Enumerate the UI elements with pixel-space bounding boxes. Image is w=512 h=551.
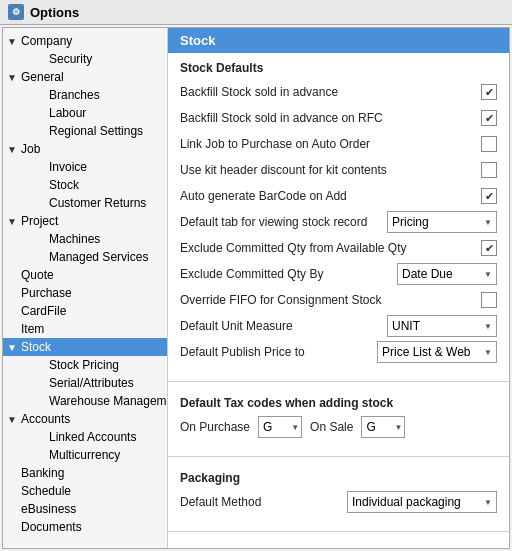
- sidebar-item-regional[interactable]: Regional Settings: [3, 122, 167, 140]
- sidebar-item-linked-accounts[interactable]: Linked Accounts: [3, 428, 167, 446]
- default-tab-row: Default tab for viewing stock record Pri…: [180, 211, 497, 233]
- sidebar-item-banking[interactable]: Banking: [3, 464, 167, 482]
- sidebar-item-serial-attributes[interactable]: Serial/Attributes: [3, 374, 167, 392]
- tax-row: On Purchase G ▼ On Sale G ▼: [180, 416, 497, 438]
- chevron-down-icon: ▼: [480, 322, 492, 331]
- default-unit-value: UNIT: [392, 319, 480, 333]
- sidebar-item-label: Banking: [21, 466, 163, 480]
- link-job-checkbox[interactable]: [481, 136, 497, 152]
- sidebar-item-label: General: [21, 70, 163, 84]
- sidebar-item-stock-pricing[interactable]: Stock Pricing: [3, 356, 167, 374]
- on-purchase-value: G: [261, 420, 291, 434]
- sidebar-item-label: CardFile: [21, 304, 163, 318]
- exclude-committed-label: Exclude Committed Qty from Available Qty: [180, 241, 481, 255]
- kit-discount-label: Use kit header discount for kit contents: [180, 163, 481, 177]
- sidebar-item-stock[interactable]: ▼Stock: [3, 338, 167, 356]
- link-job-label: Link Job to Purchase on Auto Order: [180, 137, 481, 151]
- stock-defaults-title: Stock Defaults: [180, 61, 497, 75]
- exclude-committed-by-row: Exclude Committed Qty By Date Due ▼: [180, 263, 497, 285]
- sidebar-item-accounts[interactable]: ▼Accounts: [3, 410, 167, 428]
- packaging-method-select[interactable]: Individual packaging ▼: [347, 491, 497, 513]
- default-unit-label: Default Unit Measure: [180, 319, 387, 333]
- sidebar-item-labour[interactable]: Labour: [3, 104, 167, 122]
- sidebar-item-project[interactable]: ▼Project: [3, 212, 167, 230]
- tax-codes-section: Default Tax codes when adding stock On P…: [168, 388, 509, 450]
- packaging-method-value: Individual packaging: [352, 495, 480, 509]
- sidebar-item-branches[interactable]: Branches: [3, 86, 167, 104]
- sidebar-item-machines[interactable]: Machines: [3, 230, 167, 248]
- sidebar-item-job[interactable]: ▼Job: [3, 140, 167, 158]
- title-text: Options: [30, 5, 79, 20]
- on-sale-label: On Sale: [310, 420, 353, 434]
- default-publish-select[interactable]: Price List & Web ▼: [377, 341, 497, 363]
- sidebar-item-label: Customer Returns: [49, 196, 163, 210]
- sidebar-item-schedule[interactable]: Schedule: [3, 482, 167, 500]
- sidebar-item-managed-services[interactable]: Managed Services: [3, 248, 167, 266]
- default-publish-row: Default Publish Price to Price List & We…: [180, 341, 497, 363]
- tax-codes-title: Default Tax codes when adding stock: [180, 396, 497, 410]
- app-icon: ⚙: [8, 4, 24, 20]
- override-fifo-label: Override FIFO for Consignment Stock: [180, 293, 481, 307]
- sidebar-item-item[interactable]: Item: [3, 320, 167, 338]
- on-sale-select[interactable]: G ▼: [361, 416, 405, 438]
- sidebar-item-quote[interactable]: Quote: [3, 266, 167, 284]
- kit-discount-checkbox[interactable]: [481, 162, 497, 178]
- backfill-rfc-checkbox[interactable]: [481, 110, 497, 126]
- exclude-committed-by-value: Date Due: [402, 267, 480, 281]
- sidebar-item-warehouse-management[interactable]: Warehouse Management: [3, 392, 167, 410]
- sidebar-item-stock-job[interactable]: Stock: [3, 176, 167, 194]
- sidebar: ▼CompanySecurity▼GeneralBranchesLabourRe…: [3, 28, 168, 548]
- sidebar-item-label: Project: [21, 214, 163, 228]
- sidebar-item-company[interactable]: ▼Company: [3, 32, 167, 50]
- sidebar-item-invoice[interactable]: Invoice: [3, 158, 167, 176]
- sidebar-item-label: Labour: [49, 106, 163, 120]
- sidebar-item-label: Stock Pricing: [49, 358, 163, 372]
- exclude-committed-by-select[interactable]: Date Due ▼: [397, 263, 497, 285]
- sidebar-item-label: Job: [21, 142, 163, 156]
- sidebar-item-label: Item: [21, 322, 163, 336]
- backfill-sold-label: Backfill Stock sold in advance: [180, 85, 481, 99]
- chevron-down-icon: ▼: [480, 218, 492, 227]
- expand-arrow-icon: ▼: [7, 72, 21, 83]
- packaging-method-label: Default Method: [180, 495, 347, 509]
- chevron-down-icon: ▼: [394, 423, 402, 432]
- main-container: ▼CompanySecurity▼GeneralBranchesLabourRe…: [2, 27, 510, 549]
- sidebar-item-label: Linked Accounts: [49, 430, 163, 444]
- manufacturing-section: Manufacturing Include Labour in cost whe…: [168, 538, 509, 548]
- backfill-sold-row: Backfill Stock sold in advance: [180, 81, 497, 103]
- default-tab-value: Pricing: [392, 215, 480, 229]
- sidebar-item-multicurrency[interactable]: Multicurrency: [3, 446, 167, 464]
- default-tab-select[interactable]: Pricing ▼: [387, 211, 497, 233]
- default-publish-value: Price List & Web: [382, 345, 480, 359]
- sidebar-item-label: Regional Settings: [49, 124, 163, 138]
- expand-arrow-icon: ▼: [7, 36, 21, 47]
- override-fifo-checkbox[interactable]: [481, 292, 497, 308]
- sidebar-item-label: Documents: [21, 520, 163, 534]
- stock-defaults-section: Stock Defaults Backfill Stock sold in ad…: [168, 53, 509, 375]
- default-unit-select[interactable]: UNIT ▼: [387, 315, 497, 337]
- default-tab-label: Default tab for viewing stock record: [180, 215, 387, 229]
- sidebar-item-customer-returns[interactable]: Customer Returns: [3, 194, 167, 212]
- sidebar-item-purchase[interactable]: Purchase: [3, 284, 167, 302]
- sidebar-item-general[interactable]: ▼General: [3, 68, 167, 86]
- backfill-rfc-label: Backfill Stock sold in advance on RFC: [180, 111, 481, 125]
- sidebar-item-ebusiness[interactable]: eBusiness: [3, 500, 167, 518]
- backfill-sold-checkbox[interactable]: [481, 84, 497, 100]
- on-purchase-select[interactable]: G ▼: [258, 416, 302, 438]
- chevron-down-icon: ▼: [480, 348, 492, 357]
- barcode-checkbox[interactable]: [481, 188, 497, 204]
- sidebar-item-documents[interactable]: Documents: [3, 518, 167, 536]
- sidebar-item-label: Warehouse Management: [49, 394, 168, 408]
- sidebar-item-security[interactable]: Security: [3, 50, 167, 68]
- sidebar-item-label: Purchase: [21, 286, 163, 300]
- sidebar-item-label: Branches: [49, 88, 163, 102]
- chevron-down-icon: ▼: [291, 423, 299, 432]
- on-purchase-label: On Purchase: [180, 420, 250, 434]
- packaging-method-row: Default Method Individual packaging ▼: [180, 491, 497, 513]
- expand-arrow-icon: ▼: [7, 144, 21, 155]
- content-panel: Stock Stock Defaults Backfill Stock sold…: [168, 28, 509, 548]
- content-header: Stock: [168, 28, 509, 53]
- exclude-committed-checkbox[interactable]: [481, 240, 497, 256]
- sidebar-item-label: Stock: [49, 178, 163, 192]
- sidebar-item-cardfile[interactable]: CardFile: [3, 302, 167, 320]
